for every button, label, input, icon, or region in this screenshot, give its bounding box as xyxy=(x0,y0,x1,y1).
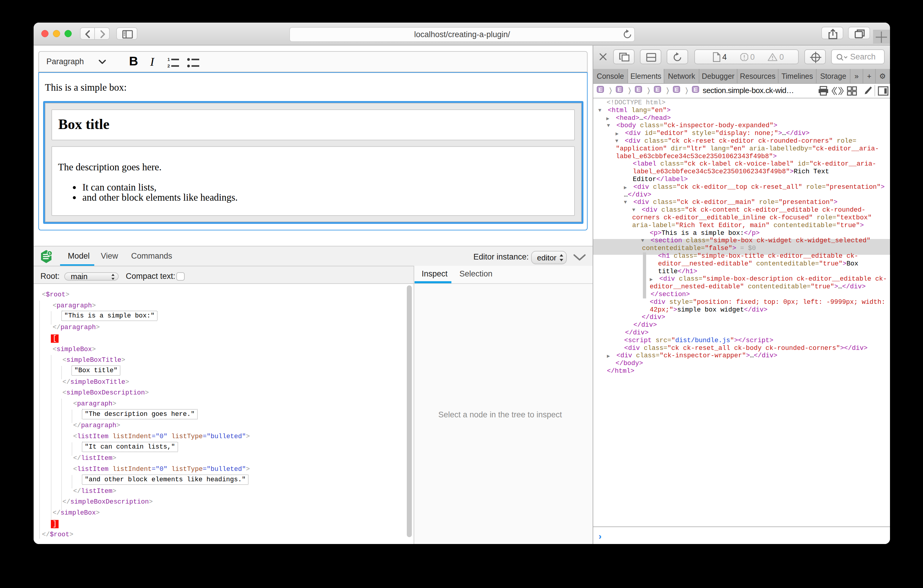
svg-text:1: 1 xyxy=(168,57,170,62)
svg-text:2: 2 xyxy=(168,63,170,68)
svg-text:5: 5 xyxy=(49,251,51,255)
